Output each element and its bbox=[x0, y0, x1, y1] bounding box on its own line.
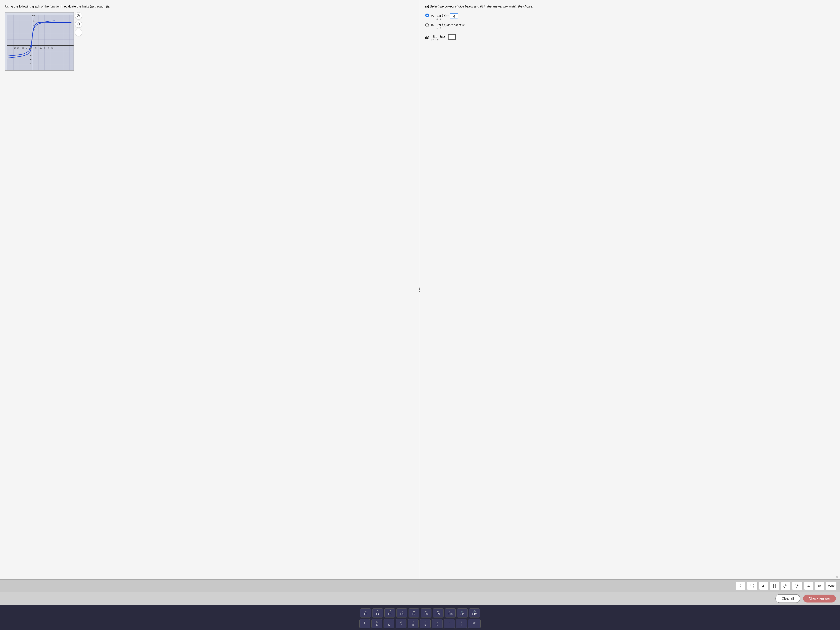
key-f5[interactable]: 🎤 F5 bbox=[384, 608, 395, 617]
right-panel: (a) Select the correct choice below and … bbox=[419, 0, 840, 579]
option-b-math: lim x→6 f(x) does not exist. bbox=[437, 23, 466, 27]
svg-text:4: 4 bbox=[41, 47, 42, 49]
key-f10[interactable]: ◁ F10 bbox=[445, 608, 456, 617]
svg-text:n: n bbox=[795, 584, 796, 586]
lim-sub-b: x→6 bbox=[437, 27, 441, 29]
svg-text:8: 8 bbox=[48, 47, 49, 49]
key-f4[interactable]: Q F4 bbox=[372, 608, 383, 617]
svg-text:-6: -6 bbox=[30, 58, 32, 60]
key-open-paren[interactable]: ( 9 bbox=[420, 619, 431, 628]
lim-sub-b2: x→ − 1⁺ bbox=[431, 38, 439, 41]
svg-text:-4: -4 bbox=[30, 54, 32, 56]
key-f3-icon: 🖥 bbox=[365, 610, 367, 613]
lim-word-a: lim bbox=[437, 14, 441, 17]
option-a-letter: A. bbox=[431, 14, 434, 17]
svg-text:4: 4 bbox=[39, 47, 41, 49]
zoom-in-button[interactable] bbox=[75, 12, 82, 19]
svg-text:-4: -4 bbox=[25, 47, 27, 49]
svg-text:i: i bbox=[798, 584, 799, 587]
lim-sub-a: x→6 bbox=[437, 17, 441, 20]
svg-line-55 bbox=[79, 25, 80, 26]
key-close-paren[interactable]: ) 0 bbox=[432, 619, 443, 628]
panel-dots[interactable] bbox=[419, 287, 420, 292]
key-f3[interactable]: 🖥 F3 bbox=[360, 608, 371, 617]
option-a-label: A. lim x→6 f(x) = -1 bbox=[431, 13, 458, 20]
key-f9[interactable]: ⏭ F9 bbox=[433, 608, 444, 617]
graph-container: x y -10 -8 -6 -4 2 4 -10 -8 -6 bbox=[5, 12, 74, 71]
svg-text:i: i bbox=[786, 584, 787, 587]
key-ampersand[interactable]: & 7 bbox=[396, 619, 406, 628]
keyboard-row-2: $ % 5 ^ 6 & 7 * 8 ( 9 ) 0 − - bbox=[2, 619, 838, 628]
svg-text:2: 2 bbox=[35, 47, 37, 49]
option-b-text: f(x) does not exist. bbox=[442, 23, 465, 27]
part-a-label: (a) bbox=[425, 5, 429, 8]
close-toolbar-button[interactable]: ✕ bbox=[835, 575, 838, 579]
svg-text:6: 6 bbox=[44, 47, 45, 49]
key-f7[interactable]: ⏮ F7 bbox=[409, 608, 419, 617]
option-b-label: B. lim x→6 f(x) does not exist. bbox=[431, 23, 465, 29]
svg-text:4: 4 bbox=[740, 583, 741, 586]
svg-text:1: 1 bbox=[749, 583, 751, 586]
keyboard-row-1: 🖥 F3 Q F4 🎤 F5 ☽ F6 ⏮ F7 ⏯ F8 ⏭ F9 ◁ F bbox=[2, 608, 838, 617]
part-b-math: lim x→ − 1⁺ f(x) = bbox=[431, 34, 456, 41]
sqrt-button[interactable]: i bbox=[781, 582, 790, 590]
zoom-out-button[interactable] bbox=[75, 21, 82, 28]
nth-root-button[interactable]: n i bbox=[792, 582, 802, 590]
part-b-answer-box[interactable] bbox=[448, 34, 456, 39]
absolute-value-button[interactable]: |a| bbox=[770, 582, 779, 590]
key-equals[interactable]: + = bbox=[456, 619, 467, 628]
left-panel: Using the following graph of the functio… bbox=[0, 0, 419, 579]
pan-button[interactable] bbox=[75, 29, 82, 36]
superscript-button[interactable]: an bbox=[759, 582, 768, 590]
part-b-fx: f(x) = bbox=[440, 35, 447, 38]
option-a-answer-box[interactable]: -1 bbox=[450, 13, 458, 19]
option-a-fx: f(x) = bbox=[442, 14, 449, 17]
key-delete[interactable]: del bbox=[468, 619, 481, 628]
key-minus[interactable]: − - bbox=[444, 619, 455, 628]
svg-text:3: 3 bbox=[740, 586, 741, 588]
svg-text:-8: -8 bbox=[30, 62, 32, 65]
decimal-button[interactable]: a. bbox=[804, 582, 813, 590]
part-b-section: (b) lim x→ − 1⁺ f(x) = bbox=[425, 34, 834, 41]
function-graph: x y -10 -8 -6 -4 2 4 -10 -8 -6 bbox=[5, 12, 74, 71]
toolbar: ✕ 4 3 1 4 3 an |a| bbox=[0, 579, 840, 592]
lim-word-b2: lim bbox=[433, 35, 437, 38]
key-f12[interactable]: 🔊 F12 bbox=[469, 608, 480, 617]
part-a-instructions: Select the correct choice below and fill… bbox=[430, 5, 533, 8]
key-f11[interactable]: 🔈 F11 bbox=[457, 608, 468, 617]
svg-rect-57 bbox=[77, 31, 80, 34]
key-f6[interactable]: ☽ F6 bbox=[396, 608, 407, 617]
clear-all-button[interactable]: Clear all bbox=[775, 594, 800, 603]
svg-text:10: 10 bbox=[51, 47, 54, 49]
graph-tools bbox=[75, 12, 82, 36]
svg-text:4: 4 bbox=[753, 584, 754, 586]
svg-text:8: 8 bbox=[33, 20, 35, 22]
svg-line-51 bbox=[79, 17, 80, 17]
option-b-letter: B. bbox=[431, 23, 434, 27]
part-b-label: (b) bbox=[425, 36, 429, 39]
mixed-number-button[interactable]: 1 4 3 bbox=[747, 582, 758, 590]
more-button[interactable]: More bbox=[826, 582, 837, 590]
lim-word-b: lim bbox=[437, 23, 441, 27]
right-panel-title: (a) Select the correct choice below and … bbox=[425, 4, 834, 9]
svg-text:-8: -8 bbox=[17, 47, 19, 49]
check-answer-button[interactable]: Check answer bbox=[803, 595, 836, 603]
option-a[interactable]: A. lim x→6 f(x) = -1 bbox=[425, 13, 834, 20]
option-b-radio[interactable] bbox=[425, 23, 429, 27]
svg-text:3: 3 bbox=[753, 586, 754, 588]
key-dollar[interactable]: $ bbox=[359, 619, 370, 628]
option-a-math: lim x→6 f(x) = -1 bbox=[437, 14, 458, 17]
infinity-button[interactable]: ∞ bbox=[815, 582, 824, 590]
problem-instructions: Using the following graph of the functio… bbox=[5, 4, 414, 9]
svg-text:-6: -6 bbox=[22, 47, 23, 49]
keyboard-area: 🖥 F3 Q F4 🎤 F5 ☽ F6 ⏮ F7 ⏯ F8 ⏭ F9 ◁ F bbox=[0, 605, 840, 630]
action-area: Clear all Check answer bbox=[0, 592, 840, 605]
option-b[interactable]: B. lim x→6 f(x) does not exist. bbox=[425, 23, 834, 29]
fraction-button[interactable]: 4 3 bbox=[736, 582, 745, 590]
key-percent[interactable]: % 5 bbox=[371, 619, 382, 628]
key-f8[interactable]: ⏯ F8 bbox=[421, 608, 431, 617]
key-asterisk[interactable]: * 8 bbox=[408, 619, 418, 628]
key-caret[interactable]: ^ 6 bbox=[384, 619, 395, 628]
option-a-radio[interactable] bbox=[425, 14, 429, 17]
svg-text:-10: -10 bbox=[13, 47, 16, 49]
